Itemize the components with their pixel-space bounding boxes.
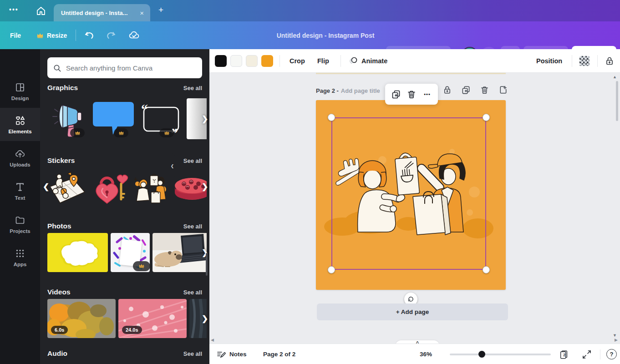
design-page[interactable] [316, 100, 506, 290]
divider [572, 55, 572, 67]
graphics-see-all[interactable]: See all [183, 85, 202, 91]
stickers-scroll-right-icon[interactable]: ❯ [202, 182, 208, 192]
stickers-see-all[interactable]: See all [183, 157, 202, 164]
divider [280, 55, 280, 67]
sidebar-item-text[interactable]: Text [0, 174, 40, 207]
file-menu[interactable]: File [10, 21, 21, 49]
panel-collapse-handle[interactable]: ❮ [169, 153, 175, 179]
audio-see-all[interactable]: See all [183, 350, 202, 357]
color-swatch-orange[interactable] [261, 55, 273, 67]
search-input[interactable] [66, 64, 197, 72]
lock-page-icon[interactable] [442, 85, 452, 95]
add-page-icon[interactable] [498, 85, 508, 95]
sidebar-label: Text [15, 195, 25, 201]
elements-panel: Graphics See all “” ❯ Stickers See all [40, 49, 209, 364]
videos-see-all[interactable]: See all [183, 289, 202, 296]
lock-icon[interactable] [605, 56, 615, 66]
sidebar-item-projects[interactable]: Projects [0, 207, 40, 241]
pro-crown-badge [70, 128, 85, 137]
document-title[interactable]: Untitled design - Instagram Post [237, 21, 414, 49]
sidebar-item-uploads[interactable]: Uploads [0, 141, 40, 174]
pro-crown-badge [133, 261, 150, 271]
videos-scroll-right-icon[interactable]: ❯ [202, 314, 208, 324]
section-title: Videos [47, 288, 71, 296]
canvas-area[interactable]: Page 2 - Add page title [209, 73, 620, 344]
sidebar-item-elements[interactable]: Elements [0, 108, 40, 141]
stickers-scroll-left-icon[interactable]: ❮ [43, 182, 49, 192]
collapse-icon: ❮ [171, 164, 174, 168]
selection-handle-sw[interactable] [328, 266, 335, 273]
flip-button[interactable]: Flip [317, 49, 329, 73]
notes-label: Notes [229, 351, 247, 358]
videos-section-header: Videos See all [47, 288, 202, 296]
home-icon[interactable] [36, 5, 46, 16]
pro-crown-badge [114, 128, 128, 137]
audio-section-header: Audio See all [47, 349, 202, 358]
vscroll-up-icon[interactable]: ▲ [613, 75, 617, 79]
search-box[interactable] [47, 57, 202, 78]
sidebar-item-design[interactable]: Design [0, 75, 40, 108]
page-title-input[interactable]: Add page title [341, 87, 380, 94]
hscroll-left-icon[interactable]: ◀ [211, 338, 214, 342]
video-duration-badge: 24.0s [122, 326, 142, 334]
notes-button[interactable]: Notes [216, 344, 247, 364]
document-tab[interactable]: Untitled design - Insta... × [54, 4, 150, 21]
help-button[interactable]: ? [606, 349, 617, 359]
transparency-icon[interactable] [579, 56, 590, 66]
vscroll-down-icon[interactable]: ▼ [613, 333, 617, 338]
color-swatch-cream[interactable] [246, 55, 258, 67]
sticker-people-shopping[interactable] [131, 166, 171, 207]
zoom-percentage: 36% [420, 344, 432, 364]
zoom-slider[interactable] [450, 354, 551, 355]
close-tab-icon[interactable]: × [139, 9, 145, 17]
selection-handle-se[interactable] [483, 266, 490, 273]
svg-text:2: 2 [563, 353, 565, 357]
divider [76, 30, 76, 41]
delete-icon[interactable] [407, 89, 417, 99]
hscroll-right-icon[interactable]: ▶ [615, 338, 618, 342]
photo-torn-yellow-paper[interactable] [47, 233, 108, 272]
selection-handle-nw[interactable] [328, 114, 335, 121]
duplicate-page-icon[interactable] [461, 85, 471, 95]
menu-bar: File Resize Untitled design - Instagram … [0, 21, 620, 49]
divider [600, 349, 600, 359]
graphics-section-header: Graphics See all [47, 84, 202, 92]
pages-icon: 2 [559, 349, 569, 359]
redo-icon[interactable] [105, 30, 117, 41]
new-tab-icon[interactable]: + [158, 5, 163, 15]
duplicate-icon[interactable] [391, 89, 401, 99]
resize-label: Resize [47, 32, 67, 39]
status-bar: Notes Page 2 of 2 36% 2 ? [209, 344, 620, 364]
more-menu-icon[interactable]: ••• [9, 6, 19, 13]
section-title: Graphics [47, 84, 78, 92]
crop-button[interactable]: Crop [290, 49, 305, 73]
graphic-speech-bubble[interactable] [91, 98, 136, 139]
undo-icon[interactable] [84, 30, 96, 41]
panel-scrollbar[interactable] [206, 253, 208, 276]
tab-title: Untitled design - Insta... [61, 10, 139, 16]
sticker-heart-lock[interactable] [89, 166, 129, 207]
sidebar-label: Design [11, 96, 29, 101]
notes-icon [216, 349, 226, 359]
graphics-scroll-right-icon[interactable]: ❯ [202, 114, 208, 124]
zoom-slider-thumb[interactable] [478, 351, 485, 358]
delete-page-icon[interactable] [480, 85, 489, 95]
color-swatch-white[interactable] [230, 55, 242, 67]
color-swatch-black[interactable] [215, 55, 227, 67]
animate-button[interactable]: Animate [349, 49, 387, 73]
sticker-scooter-map[interactable] [47, 166, 87, 207]
photo-pug-laptop[interactable] [152, 233, 207, 272]
crown-icon [36, 32, 44, 39]
photos-section-header: Photos See all [47, 222, 202, 230]
grid-view-button[interactable]: 2 [559, 344, 569, 364]
sidebar-item-apps[interactable]: Apps [0, 241, 40, 274]
page-number-label: Page 2 - [316, 87, 339, 94]
vscroll-thumb[interactable] [616, 81, 618, 121]
position-button[interactable]: Position [536, 49, 562, 73]
resize-button[interactable]: Resize [36, 21, 67, 49]
selection-handle-ne[interactable] [483, 114, 490, 121]
more-options-icon[interactable]: ••• [422, 89, 432, 99]
photos-see-all[interactable]: See all [183, 223, 202, 230]
add-page-button[interactable]: + Add page [317, 303, 508, 320]
fullscreen-button[interactable] [582, 344, 592, 364]
